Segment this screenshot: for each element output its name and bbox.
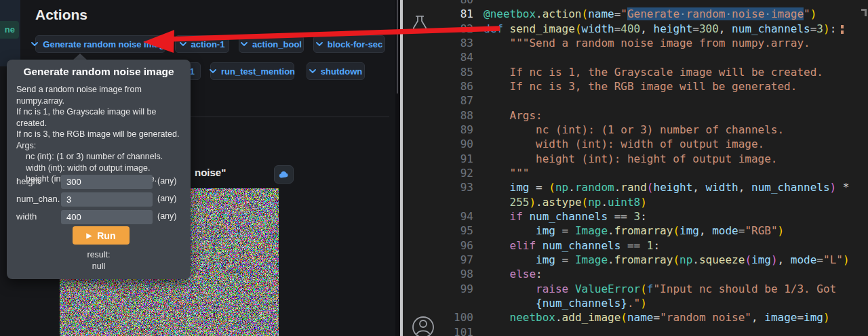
chevron-down-icon <box>309 69 316 73</box>
app-screen: ne Actions Generate random noise image a… <box>0 0 868 336</box>
line-number: 90 <box>403 137 473 151</box>
code-line: 91 height (int): height of output image. <box>403 152 868 166</box>
cloud-download-icon <box>279 171 289 179</box>
tooltip-title: Generate random noise image <box>7 66 191 78</box>
code-line: 98 else: <box>403 267 868 281</box>
line-number: 89 <box>403 123 473 137</box>
line-number <box>403 195 473 209</box>
action-tooltip-card: Generate random noise image Send a rando… <box>7 60 191 279</box>
beaker-icon[interactable] <box>411 14 429 33</box>
action-button-action-bool[interactable]: action_bool <box>239 35 304 53</box>
code-line: 87 <box>403 93 868 108</box>
code-line: 92 """ <box>403 166 868 180</box>
action-button-label: action-1 <box>191 39 225 49</box>
line-number: 87 <box>403 93 473 108</box>
field-type-hint: (any) <box>157 176 176 186</box>
chevron-down-icon <box>180 42 186 46</box>
width-field[interactable] <box>61 210 153 224</box>
code-line: 84 <box>403 50 868 64</box>
num-channels-field[interactable] <box>61 192 153 207</box>
line-number: 88 <box>403 108 473 123</box>
code-line: 90 width (int): width of output image. <box>403 137 868 151</box>
field-row-num-channels: num_chan... (any) <box>7 191 191 209</box>
code-line: 86 If nc is 3, the RGB image will be gen… <box>403 79 868 93</box>
action-button-label: block-for-sec <box>328 39 383 49</box>
line-number: 96 <box>403 238 473 253</box>
line-number: 84 <box>403 50 473 64</box>
line-number: 91 <box>403 152 473 166</box>
code-line: 83 """Send a random noise image from num… <box>403 36 868 50</box>
code-line: 255).astype(np.uint8) <box>403 195 868 209</box>
code-line: 88 Args: <box>403 108 868 123</box>
cloud-download-button[interactable] <box>274 165 294 184</box>
status-badge: ne <box>0 21 19 39</box>
code-line: 81@neetbox.action(name="Generate·random·… <box>403 7 868 21</box>
arg-line: width (int): width of output image. <box>16 163 186 174</box>
action-button-generate-random-noise-image[interactable]: Generate random noise image <box>35 35 165 53</box>
tooltip-description: Send a random noise image from numpy.arr… <box>16 84 186 185</box>
minimap-mark <box>865 9 867 16</box>
line-number: 95 <box>403 224 473 238</box>
field-row-width: width (any) <box>7 209 191 226</box>
line-number: 94 <box>403 209 473 224</box>
chevron-down-icon <box>210 69 216 73</box>
ruler-mark <box>841 30 844 34</box>
line-number <box>403 296 473 310</box>
line-number: 85 <box>403 65 473 79</box>
account-icon[interactable] <box>410 314 436 336</box>
field-type-hint: (any) <box>157 211 176 221</box>
chevron-down-icon <box>316 42 323 46</box>
play-icon: ▶ <box>87 232 92 239</box>
field-label: width <box>16 211 60 222</box>
code-lines[interactable]: 8081@neetbox.action(name="Generate·rando… <box>403 0 868 336</box>
action-button-label: action_bool <box>252 39 302 49</box>
code-line: 99 raise ValueError(f"Input nc should be… <box>403 282 868 296</box>
code-line: 97 img = Image.fromarray(np.squeeze(img)… <box>403 253 868 267</box>
description-line: Args: <box>16 140 186 152</box>
run-button[interactable]: ▶ Run <box>73 226 130 245</box>
height-field[interactable] <box>61 175 153 189</box>
line-number: 93 <box>403 180 473 194</box>
field-label: height <box>16 176 60 186</box>
description-line: Send a random noise image from numpy.arr… <box>16 84 186 106</box>
line-number: 97 <box>403 253 473 267</box>
description-line: If nc is 3, the RGB image will be genera… <box>16 129 186 140</box>
line-number: 80 <box>403 0 473 7</box>
field-row-height: height (any) <box>7 173 191 191</box>
image-card-title: noise" <box>195 167 226 178</box>
code-line: 85 If nc is 1, the Grayscale image will … <box>403 65 868 79</box>
action-button-shutdown[interactable]: shutdown <box>307 62 365 80</box>
code-line: 100 neetbox.add_image(name="random noise… <box>403 310 868 324</box>
scrollbar-shadow <box>397 0 398 93</box>
result-value: null <box>7 261 191 271</box>
field-label: num_chan... <box>16 194 60 204</box>
code-line: 89 nc (int): (1 or 3) number of channels… <box>403 123 868 137</box>
description-line: If nc is 1, the Grayscale image will be … <box>16 106 186 129</box>
action-button-action-1[interactable]: action-1 <box>175 35 229 53</box>
ruler-mark <box>841 25 844 28</box>
run-button-label: Run <box>97 230 115 241</box>
code-line: 94 if num_channels == 3: <box>403 209 868 224</box>
code-line: 101 <box>403 325 868 336</box>
line-number: 98 <box>403 267 473 281</box>
field-type-hint: (any) <box>157 194 176 203</box>
action-button-label: Generate random noise image <box>43 39 169 49</box>
code-line: {num_channels}.") <box>403 296 868 310</box>
line-number: 92 <box>403 166 473 180</box>
chevron-down-icon <box>241 42 248 46</box>
action-button-block-for-sec[interactable]: block-for-sec <box>313 35 385 53</box>
code-line: 96 elif num_channels == 1: <box>403 238 868 253</box>
code-line: 95 img = Image.fromarray(img, mode="RGB"… <box>403 224 868 238</box>
code-line: 80 <box>403 0 868 7</box>
action-button-run-test-mention[interactable]: run_test_mention <box>210 62 294 80</box>
code-line: 82def send_image(width=400, height=300, … <box>403 22 868 36</box>
action-button-label: shutdown <box>321 66 362 77</box>
action-button-label: run_test_mention <box>221 66 295 77</box>
line-number: 99 <box>403 282 473 296</box>
code-line: 93 img = (np.random.rand(height, width, … <box>403 180 868 194</box>
line-number: 86 <box>403 79 473 93</box>
result-label: result: <box>7 250 191 259</box>
line-number: 83 <box>403 36 473 50</box>
page-title: Actions <box>35 7 87 23</box>
arg-line: nc (int): (1 or 3) number of channels. <box>16 151 186 163</box>
